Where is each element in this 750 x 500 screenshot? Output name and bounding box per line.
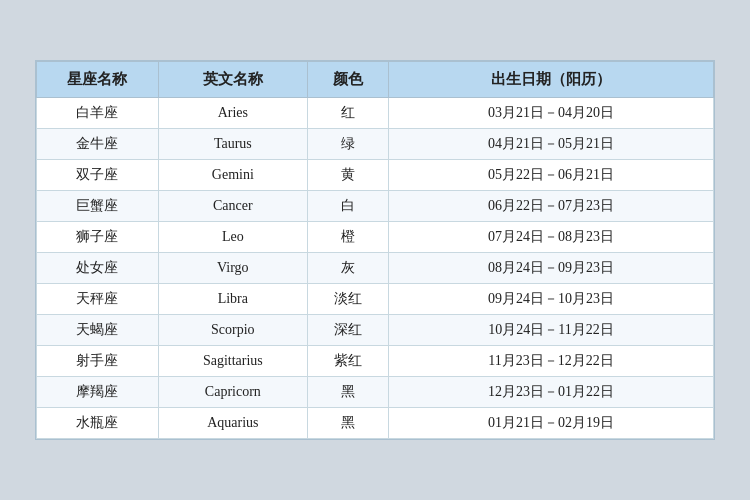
header-cn: 星座名称 [37, 62, 159, 98]
cell-cn: 摩羯座 [37, 377, 159, 408]
cell-cn: 天蝎座 [37, 315, 159, 346]
zodiac-table: 星座名称 英文名称 颜色 出生日期（阳历） 白羊座Aries红03月21日－04… [36, 61, 714, 439]
cell-en: Virgo [158, 253, 307, 284]
cell-date: 08月24日－09月23日 [389, 253, 714, 284]
table-row: 处女座Virgo灰08月24日－09月23日 [37, 253, 714, 284]
table-row: 白羊座Aries红03月21日－04月20日 [37, 98, 714, 129]
cell-en: Sagittarius [158, 346, 307, 377]
cell-en: Scorpio [158, 315, 307, 346]
cell-en: Taurus [158, 129, 307, 160]
cell-date: 03月21日－04月20日 [389, 98, 714, 129]
table-header-row: 星座名称 英文名称 颜色 出生日期（阳历） [37, 62, 714, 98]
cell-color: 黑 [307, 408, 388, 439]
cell-en: Capricorn [158, 377, 307, 408]
table-row: 金牛座Taurus绿04月21日－05月21日 [37, 129, 714, 160]
cell-date: 12月23日－01月22日 [389, 377, 714, 408]
cell-color: 紫红 [307, 346, 388, 377]
cell-color: 淡红 [307, 284, 388, 315]
table-row: 天蝎座Scorpio深红10月24日－11月22日 [37, 315, 714, 346]
cell-date: 01月21日－02月19日 [389, 408, 714, 439]
cell-cn: 射手座 [37, 346, 159, 377]
cell-en: Gemini [158, 160, 307, 191]
cell-color: 黄 [307, 160, 388, 191]
cell-en: Aquarius [158, 408, 307, 439]
cell-cn: 处女座 [37, 253, 159, 284]
table-row: 水瓶座Aquarius黑01月21日－02月19日 [37, 408, 714, 439]
cell-en: Aries [158, 98, 307, 129]
cell-color: 白 [307, 191, 388, 222]
cell-en: Leo [158, 222, 307, 253]
cell-color: 绿 [307, 129, 388, 160]
cell-color: 橙 [307, 222, 388, 253]
table-row: 射手座Sagittarius紫红11月23日－12月22日 [37, 346, 714, 377]
table-row: 天秤座Libra淡红09月24日－10月23日 [37, 284, 714, 315]
table-row: 狮子座Leo橙07月24日－08月23日 [37, 222, 714, 253]
cell-color: 灰 [307, 253, 388, 284]
cell-cn: 水瓶座 [37, 408, 159, 439]
zodiac-table-wrapper: 星座名称 英文名称 颜色 出生日期（阳历） 白羊座Aries红03月21日－04… [35, 60, 715, 440]
cell-date: 05月22日－06月21日 [389, 160, 714, 191]
cell-date: 09月24日－10月23日 [389, 284, 714, 315]
table-row: 巨蟹座Cancer白06月22日－07月23日 [37, 191, 714, 222]
cell-date: 04月21日－05月21日 [389, 129, 714, 160]
header-color: 颜色 [307, 62, 388, 98]
header-date: 出生日期（阳历） [389, 62, 714, 98]
header-en: 英文名称 [158, 62, 307, 98]
cell-date: 11月23日－12月22日 [389, 346, 714, 377]
cell-cn: 白羊座 [37, 98, 159, 129]
cell-cn: 天秤座 [37, 284, 159, 315]
cell-date: 10月24日－11月22日 [389, 315, 714, 346]
cell-en: Cancer [158, 191, 307, 222]
cell-color: 红 [307, 98, 388, 129]
cell-en: Libra [158, 284, 307, 315]
table-row: 双子座Gemini黄05月22日－06月21日 [37, 160, 714, 191]
cell-color: 深红 [307, 315, 388, 346]
table-row: 摩羯座Capricorn黑12月23日－01月22日 [37, 377, 714, 408]
cell-color: 黑 [307, 377, 388, 408]
cell-date: 07月24日－08月23日 [389, 222, 714, 253]
cell-cn: 狮子座 [37, 222, 159, 253]
cell-date: 06月22日－07月23日 [389, 191, 714, 222]
cell-cn: 巨蟹座 [37, 191, 159, 222]
cell-cn: 双子座 [37, 160, 159, 191]
cell-cn: 金牛座 [37, 129, 159, 160]
